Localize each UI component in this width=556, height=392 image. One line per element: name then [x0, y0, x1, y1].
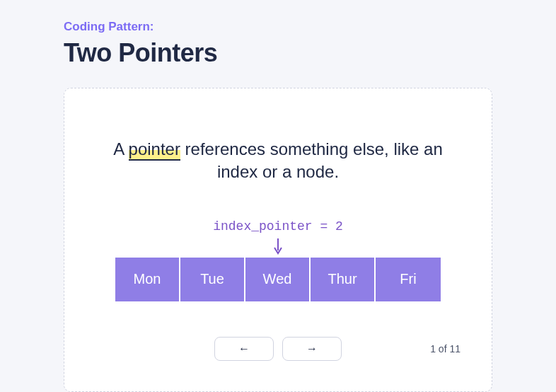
days-row: Mon Tue Wed Thur Fri: [93, 258, 463, 301]
day-cell: Wed: [245, 258, 311, 301]
nav-group: ← →: [214, 337, 342, 361]
desc-prefix: A: [113, 139, 128, 158]
slide-card: A pointer references something else, lik…: [64, 88, 492, 392]
desc-suffix: references something else, like an index…: [180, 139, 443, 181]
page-title: Two Pointers: [64, 38, 492, 68]
day-cell: Mon: [115, 258, 180, 301]
kicker-label: Coding Pattern:: [64, 20, 492, 34]
arrow-left-icon: ←: [238, 342, 250, 355]
next-button[interactable]: →: [282, 337, 342, 361]
prev-button[interactable]: ←: [214, 337, 274, 361]
day-cell: Fri: [376, 258, 441, 301]
arrow-right-icon: →: [306, 342, 318, 355]
description-text: A pointer references something else, lik…: [93, 138, 463, 184]
desc-highlighted: pointer: [129, 139, 180, 161]
day-cell: Thur: [311, 258, 376, 301]
day-cell: Tue: [180, 258, 245, 301]
arrow-down-icon: [272, 238, 284, 255]
page-indicator: 1 of 11: [430, 343, 461, 354]
code-line: index_pointer = 2: [93, 219, 463, 234]
slide-footer: ← → 1 of 11: [93, 337, 463, 361]
pointer-arrow-wrap: [93, 238, 463, 255]
